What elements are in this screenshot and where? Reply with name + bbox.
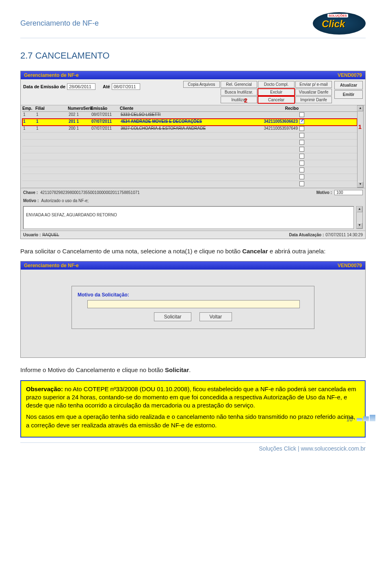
motivo-box: Motivo da Solicitação: Solicitar Voltar	[72, 286, 314, 329]
body-text-2: Informe o Motivo do Cancelamento e cliqu…	[20, 366, 366, 374]
usuario-label: Usuario :	[23, 233, 41, 237]
checkbox[interactable]	[299, 161, 304, 166]
titlebar-right: VEND0079	[338, 263, 362, 268]
page-footer: Soluções Click | www.solucoescick.com.br	[20, 442, 366, 452]
date-from-label: Data de Emissão de	[23, 84, 65, 89]
motivo2-value: Autorizado o uso da NF-e;	[41, 198, 89, 203]
btn-busca-inutilizar[interactable]: Busca Inutilizar.	[221, 89, 257, 96]
checkbox[interactable]	[299, 154, 304, 159]
date-to-input[interactable]: 08/07/2011	[112, 83, 140, 90]
checkbox[interactable]	[299, 133, 304, 138]
grid-header: Emp. Filial NumeroSerie Emissão Cliente …	[22, 105, 357, 112]
scroll-down-icon[interactable]: ▼	[357, 223, 362, 229]
section-heading: 2.7 CANCELAMENTO	[20, 50, 366, 61]
checkbox[interactable]	[299, 119, 304, 124]
doc-title: Gerenciamento de NF-e	[20, 19, 99, 28]
btn-enviar-email[interactable]: Enviar p/ e-mail	[295, 81, 332, 88]
chave-label: Chave :	[23, 190, 38, 195]
titlebar-right: VEND0079	[338, 72, 362, 78]
data-atual-label: Data Atualização :	[289, 233, 324, 237]
annotation-2: 2	[244, 97, 247, 104]
scrollbar[interactable]: ▲ ▼	[356, 206, 363, 229]
checkbox[interactable]	[299, 126, 304, 131]
btn-visualizar-danfe[interactable]: Visualizar Danfe	[295, 89, 332, 96]
checkbox[interactable]	[299, 140, 304, 145]
annotation-1: 1	[358, 123, 362, 130]
btn-voltar[interactable]: Voltar	[199, 312, 232, 321]
scroll-up-icon[interactable]: ▲	[358, 106, 363, 111]
table-row[interactable]: 1 1 202 1 08/07/2011 5333 CELSO LISETTI	[22, 112, 357, 119]
btn-docto-compl[interactable]: Docto Compl.	[258, 81, 295, 88]
btn-rel-gerencial[interactable]: Rel. Gerencial	[221, 81, 257, 88]
motivo-num-label: Motivo :	[316, 190, 332, 195]
observation-box: Observação: no Ato COTEPE nº33/2008 (DOU…	[20, 380, 366, 438]
titlebar-left: Gerenciamento de NF-e	[24, 263, 79, 268]
motivo-input[interactable]	[87, 300, 299, 308]
app-window-1: Gerenciamento de NF-e VEND0079 Data de E…	[20, 71, 366, 239]
btn-imprimir-danfe[interactable]: Imprimir Danfe	[295, 96, 332, 103]
btn-solicitar[interactable]: Solicitar	[154, 312, 192, 321]
scrollbar[interactable]: ▲ ▼	[357, 105, 364, 188]
checkbox[interactable]	[299, 174, 304, 179]
chave-value: 4211078298239800017355001000000201175885…	[40, 190, 314, 195]
date-to-label: Até	[103, 84, 110, 89]
checkbox[interactable]	[299, 147, 304, 152]
titlebar: Gerenciamento de NF-e VEND0079	[21, 261, 365, 270]
table-row[interactable]: 1 1 201 1 07/07/2011 4534 ANDRADE MOVEIS…	[22, 119, 357, 126]
scroll-up-icon[interactable]: ▲	[357, 207, 362, 212]
body-text-1: Para solicitar o Cancelamento de uma not…	[20, 247, 366, 255]
motivo-label: Motivo da Solicitação:	[78, 292, 129, 298]
status-textarea: ENVIADA AO SEFAZ, AGUARDANDO RETORNO	[23, 206, 354, 229]
btn-inutilizar[interactable]: Inutilizar	[221, 96, 257, 103]
data-atual-value: 07/07/2011 14:30:29	[325, 233, 363, 237]
btn-atualizar[interactable]: Atualizar	[334, 81, 363, 89]
motivo-num-value: 100	[334, 190, 363, 195]
app-window-2: Gerenciamento de NF-e VEND0079 Motivo da…	[20, 261, 366, 358]
checkbox[interactable]	[299, 112, 304, 117]
table-row[interactable]: 1 1 200 1 07/07/2011 3827 COLCHOARIA & E…	[22, 126, 357, 133]
usuario-value: RAQUEL	[42, 233, 59, 237]
motivo2-label: Motivo :	[23, 198, 39, 203]
btn-emitir[interactable]: Emitir	[334, 90, 363, 99]
btn-excluir[interactable]: Excluir	[258, 89, 295, 96]
checkbox[interactable]	[299, 181, 304, 186]
btn-copia-arquivos[interactable]: Copia Arquivos	[183, 81, 220, 88]
logo: SOLUÇÕES Click	[313, 12, 366, 35]
titlebar: Gerenciamento de NF-e VEND0079	[21, 71, 365, 79]
checkbox[interactable]	[299, 168, 304, 172]
scroll-down-icon[interactable]: ▼	[358, 182, 363, 187]
btn-cancelar[interactable]: Cancelar	[258, 96, 295, 103]
date-from-input[interactable]: 28/06/2011	[67, 83, 95, 90]
titlebar-left: Gerenciamento de NF-e	[24, 72, 79, 78]
